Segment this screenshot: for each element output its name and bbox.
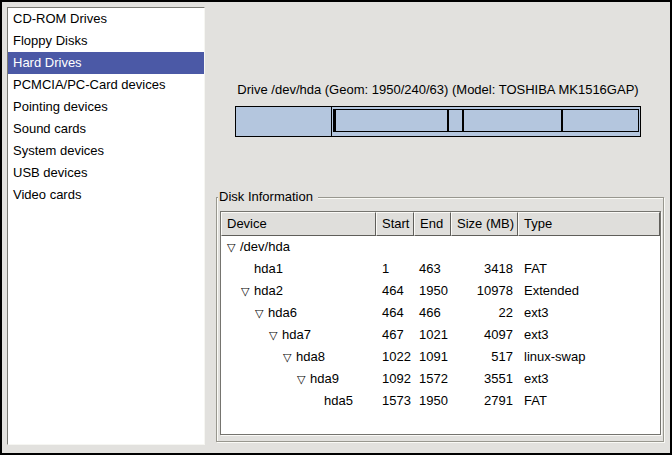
type-cell: linux-swap [518, 346, 660, 368]
partition-bar [235, 106, 641, 137]
end-cell: 463 [414, 258, 451, 280]
device-label: hda6 [268, 305, 297, 320]
device-category-list[interactable]: CD-ROM DrivesFloppy DisksHard DrivesPCMC… [7, 7, 205, 445]
disk-information-frame-label: Disk Information [218, 189, 318, 205]
disk-table-body: ▽/dev/hdahda114633418FAT▽hda246419501097… [221, 236, 660, 412]
start-cell: 1092 [376, 368, 414, 390]
column-header-device[interactable]: Device [221, 212, 376, 236]
expander-icon[interactable]: ▽ [241, 281, 254, 302]
end-cell: 1091 [414, 346, 451, 368]
end-cell: 1950 [414, 280, 451, 302]
device-label: hda2 [254, 283, 283, 298]
sidebar-item-sound-cards[interactable]: Sound cards [8, 118, 204, 140]
start-cell [376, 236, 414, 258]
expander-icon[interactable]: ▽ [283, 347, 296, 368]
disk-table: Device Start End Size (MB) Type ▽/dev/hd… [220, 211, 661, 435]
size-cell: 22 [451, 302, 518, 324]
device-label: /dev/hda [240, 239, 290, 254]
expander-icon[interactable]: ▽ [297, 369, 310, 390]
sidebar-item-usb-devices[interactable]: USB devices [8, 162, 204, 184]
expander-icon[interactable]: ▽ [269, 325, 282, 346]
size-cell [451, 236, 518, 258]
disk-table-row--dev-hda[interactable]: ▽/dev/hda [221, 236, 660, 258]
partition-segment-hda7 [335, 109, 449, 132]
drive-title: Drive /dev/hda (Geom: 1950/240/63) (Mode… [235, 82, 641, 98]
start-cell: 467 [376, 324, 414, 346]
end-cell [414, 236, 451, 258]
disk-information-frame: Disk Information Device Start End Size (… [216, 197, 664, 442]
end-cell: 1572 [414, 368, 451, 390]
disk-table-row-hda6[interactable]: ▽hda646446622ext3 [221, 302, 660, 324]
disk-table-row-hda8[interactable]: ▽hda810221091517linux-swap [221, 346, 660, 368]
type-cell: ext3 [518, 368, 660, 390]
disk-table-row-hda7[interactable]: ▽hda746710214097ext3 [221, 324, 660, 346]
disk-table-row-hda2[interactable]: ▽hda2464195010978Extended [221, 280, 660, 302]
device-label: hda9 [310, 371, 339, 386]
extended-partition-region [332, 107, 640, 136]
sidebar-item-system-devices[interactable]: System devices [8, 140, 204, 162]
size-cell: 4097 [451, 324, 518, 346]
sidebar-item-floppy-disks[interactable]: Floppy Disks [8, 30, 204, 52]
size-cell: 517 [451, 346, 518, 368]
size-cell: 2791 [451, 390, 518, 412]
column-header-size[interactable]: Size (MB) [451, 212, 518, 236]
device-label: hda1 [254, 261, 283, 276]
start-cell: 1022 [376, 346, 414, 368]
end-cell: 466 [414, 302, 451, 324]
type-cell: ext3 [518, 302, 660, 324]
column-header-end[interactable]: End [414, 212, 451, 236]
type-cell: Extended [518, 280, 660, 302]
start-cell: 1573 [376, 390, 414, 412]
disk-table-row-hda1[interactable]: hda114633418FAT [221, 258, 660, 280]
partition-segment-hda1 [236, 107, 332, 136]
end-cell: 1950 [414, 390, 451, 412]
column-header-start[interactable]: Start [376, 212, 414, 236]
start-cell: 464 [376, 302, 414, 324]
partition-segment-hda9 [463, 109, 562, 132]
sidebar-item-video-cards[interactable]: Video cards [8, 184, 204, 206]
hardware-browser-window: { "colors": { "window_bg": "#e2e1de", "s… [0, 0, 672, 455]
disk-table-header: Device Start End Size (MB) Type [221, 212, 660, 236]
sidebar-item-pointing-devices[interactable]: Pointing devices [8, 96, 204, 118]
sidebar-item-cd-rom-drives[interactable]: CD-ROM Drives [8, 8, 204, 30]
end-cell: 1021 [414, 324, 451, 346]
size-cell: 10978 [451, 280, 518, 302]
device-label: hda8 [296, 349, 325, 364]
type-cell: FAT [518, 258, 660, 280]
partition-segment-hda8 [448, 109, 462, 132]
device-label: hda5 [324, 393, 353, 408]
size-cell: 3418 [451, 258, 518, 280]
start-cell: 1 [376, 258, 414, 280]
type-cell [518, 236, 660, 258]
device-label: hda7 [282, 327, 311, 342]
size-cell: 3551 [451, 368, 518, 390]
sidebar-item-pcmcia-pc-card-devices[interactable]: PCMCIA/PC-Card devices [8, 74, 204, 96]
type-cell: ext3 [518, 324, 660, 346]
start-cell: 464 [376, 280, 414, 302]
expander-icon[interactable]: ▽ [227, 237, 240, 258]
column-header-type[interactable]: Type [518, 212, 660, 236]
partition-segment-hda5 [562, 109, 639, 132]
disk-table-row-hda5[interactable]: hda5157319502791FAT [221, 390, 660, 412]
sidebar-item-hard-drives[interactable]: Hard Drives [8, 52, 204, 74]
type-cell: FAT [518, 390, 660, 412]
disk-table-row-hda9[interactable]: ▽hda9109215723551ext3 [221, 368, 660, 390]
expander-icon[interactable]: ▽ [255, 303, 268, 324]
